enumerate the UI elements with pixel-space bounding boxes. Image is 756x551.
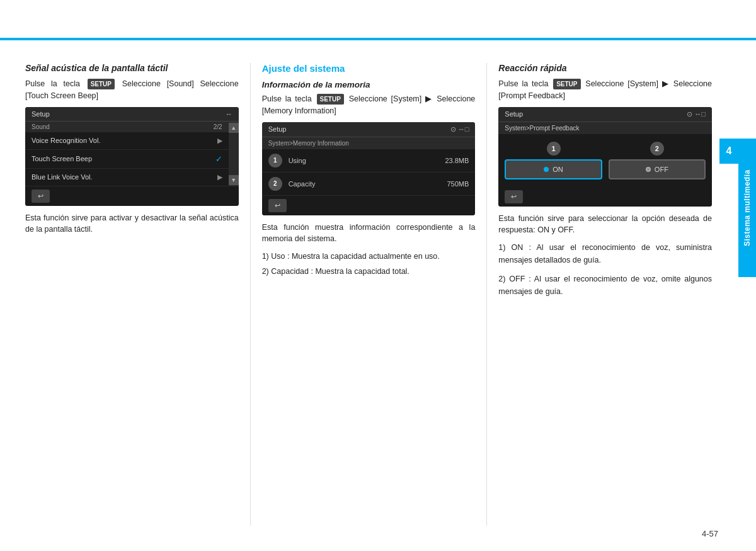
col2-intro-text: Pulse la tecla SETUP Seleccione [System]…	[262, 93, 476, 117]
screen1-icon: ↔	[226, 110, 232, 118]
col2-intro: Pulse la tecla	[262, 94, 312, 103]
screen1-list-label: Sound 2/2	[25, 122, 229, 132]
col2-body: Esta función muestra información corresp…	[262, 222, 476, 246]
screen-prompt: Setup ⊙ ↔□ System>Prompt Feedback 1 ON	[498, 107, 712, 207]
col3-body: Esta función sirve para seleccionar la o…	[498, 213, 712, 237]
col3-intro-text: Pulse la tecla SETUP Seleccione [System]…	[498, 78, 712, 102]
col2-subsection: Información de la memoria	[262, 80, 476, 89]
col3-list-item-1: 2) OFF : Al usar el reconocimiento de vo…	[498, 273, 712, 298]
scroll-up-icon[interactable]: ▲	[229, 123, 239, 133]
screen3-btn-off[interactable]: OFF	[609, 159, 706, 179]
screen3-btn-on-group: 1 ON	[505, 142, 602, 179]
screen3-btn-off-label: OFF	[655, 166, 668, 173]
screen-touch-beep: Setup ↔ Sound 2/2 Voice Recognition Vol.…	[25, 107, 239, 206]
screen3-header: Setup ⊙ ↔□	[498, 107, 712, 122]
screen1-item-0-arrow: ▶	[217, 137, 222, 145]
screen3-num1: 1	[547, 142, 561, 156]
screen2-row1-label: Capacity	[289, 180, 447, 188]
screen-memory: Setup ⊙ ↔□ System>Memory Information 1 U…	[262, 122, 476, 215]
col-system-settings: Ajuste del sistema Información de la mem…	[251, 63, 488, 526]
chapter-number: 4	[719, 139, 738, 164]
side-tab-label: Sistema multimedia	[738, 139, 756, 277]
screen2-sub-header: System>Memory Information	[262, 137, 476, 149]
col2-setup-badge: SETUP	[317, 94, 344, 105]
col1-intro: Pulse la tecla	[25, 79, 80, 88]
screen3-footer: ↩	[498, 187, 712, 207]
screen1-footer: ↩	[25, 186, 239, 206]
screen1-item-0[interactable]: Voice Recognition Vol. ▶	[25, 132, 229, 150]
screen2-header-icons: ⊙ ↔□	[450, 125, 469, 133]
screen3-sub-header: System>Prompt Feedback	[498, 122, 712, 134]
screen2-row-0: 1 Using 23.8MB	[262, 149, 476, 173]
col3-intro: Pulse la tecla	[498, 79, 548, 88]
screen3-header-title: Setup	[505, 110, 523, 118]
screen2-row1-num: 2	[268, 177, 282, 191]
screen2-row0-num: 1	[268, 154, 282, 168]
screen3-dot-on	[544, 167, 549, 172]
screen2-footer: ↩	[262, 196, 476, 215]
screen3-btn-off-group: 2 OFF	[609, 142, 706, 179]
screen3-dot-off	[646, 167, 651, 172]
col-quick-reaction: Reacción rápida Pulse la tecla SETUP Sel…	[487, 63, 718, 526]
main-content: Señal acústica de la pantalla táctil Pul…	[25, 50, 718, 526]
screen3-buttons: 1 ON 2 OFF	[498, 134, 712, 187]
columns: Señal acústica de la pantalla táctil Pul…	[25, 50, 718, 526]
screen1-list: Sound 2/2 Voice Recognition Vol. ▶ Touch…	[25, 122, 229, 186]
col3-list-item-0: 1) ON : Al usar el reconocimiento de voz…	[498, 241, 712, 266]
screen3-back-button[interactable]: ↩	[505, 190, 523, 203]
page-number: 4-57	[702, 529, 718, 538]
screen2-row-1: 2 Capacity 750MB	[262, 173, 476, 196]
screen1-item-1-label: Touch Screen Beep	[32, 155, 92, 162]
col2-list-item-1: 2) Capacidad : Muestra la capacidad tota…	[262, 265, 476, 278]
screen1-header-title: Setup	[32, 110, 50, 118]
top-line	[0, 38, 756, 40]
col2-list-item-0: 1) Uso : Muestra la capacidad actualment…	[262, 250, 476, 263]
screen1-item-2-arrow: ▶	[217, 173, 222, 181]
screen3-num2: 2	[650, 142, 664, 156]
col1-body: Esta función sirve para activar y desact…	[25, 212, 239, 236]
screen2-header-title: Setup	[268, 125, 287, 133]
screen3-icon: ⊙ ↔□	[687, 110, 706, 118]
col1-title: Señal acústica de la pantalla táctil	[25, 63, 239, 73]
col1-intro-text: Pulse la tecla SETUP Seleccione [Sound] …	[25, 78, 239, 102]
col3-title: Reacción rápida	[498, 63, 712, 73]
screen2-header: Setup ⊙ ↔□	[262, 122, 476, 137]
screen3-btn-on[interactable]: ON	[505, 159, 602, 179]
screen1-list-wrapper: Sound 2/2 Voice Recognition Vol. ▶ Touch…	[25, 122, 239, 186]
col-touch-screen-beep: Señal acústica de la pantalla táctil Pul…	[25, 63, 251, 526]
screen1-page: 2/2	[214, 123, 222, 130]
screen2-row1-value: 750MB	[447, 180, 469, 188]
screen1-item-1[interactable]: Touch Screen Beep	[25, 150, 229, 169]
screen1-label-text: Sound	[32, 123, 50, 130]
scroll-bar: ▲ ▼	[229, 122, 239, 186]
screen2-row0-label: Using	[289, 157, 445, 164]
screen1-header: Setup ↔	[25, 107, 239, 122]
screen3-btn-on-label: ON	[553, 166, 563, 173]
screen2-row0-value: 23.8MB	[445, 157, 469, 164]
screen2-icon: ⊙ ↔□	[450, 125, 469, 133]
screen1-item-0-label: Voice Recognition Vol.	[32, 137, 100, 144]
screen3-header-icons: ⊙ ↔□	[687, 110, 706, 118]
scroll-down-icon[interactable]: ▼	[229, 175, 239, 185]
screen2-back-button[interactable]: ↩	[268, 199, 287, 212]
screen1-item-2-label: Blue Link Voice Vol.	[32, 173, 93, 181]
col2-title: Ajuste del sistema	[262, 63, 476, 74]
screen1-item-2[interactable]: Blue Link Voice Vol. ▶	[25, 169, 229, 186]
screen1-header-icons: ↔	[226, 110, 232, 118]
col1-setup-badge: SETUP	[88, 79, 115, 89]
screen1-back-button[interactable]: ↩	[32, 190, 50, 203]
col3-setup-badge: SETUP	[553, 79, 580, 89]
